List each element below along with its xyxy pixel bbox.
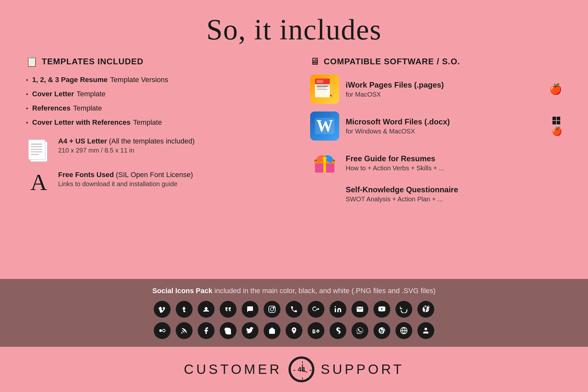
whatsapp-icon[interactable] bbox=[352, 322, 368, 339]
facebook-icon[interactable] bbox=[198, 322, 215, 339]
location-icon[interactable] bbox=[286, 322, 302, 339]
two-col-layout: 📋 TEMPLATES INCLUDED 1, 2, & 3 Page Resu… bbox=[0, 56, 588, 272]
rss-icon[interactable] bbox=[176, 322, 193, 339]
item-bold: References bbox=[32, 104, 71, 112]
sk-row: Self-Knowledge Questionnaire SWOT Analys… bbox=[310, 185, 562, 203]
phone-icon[interactable] bbox=[286, 301, 302, 318]
social-row-1 bbox=[154, 301, 434, 318]
monitor-icon: 🖥 bbox=[310, 56, 320, 67]
word-text-block: Microsoft Word Files (.docx) for Windows… bbox=[346, 117, 545, 135]
fonts-text-block: Free Fonts Used (SIL Open Font License) … bbox=[58, 171, 193, 188]
word-icon-box: W bbox=[310, 111, 339, 141]
a4-text-block: A4 + US Letter (All the templates includ… bbox=[58, 137, 194, 154]
item-bold: Cover Letter bbox=[32, 90, 74, 98]
quote-icon[interactable] bbox=[220, 301, 236, 318]
templates-section-header: 📋 TEMPLATES INCLUDED bbox=[26, 56, 278, 67]
tumblr-icon[interactable] bbox=[176, 301, 193, 318]
youtube-icon[interactable] bbox=[373, 301, 390, 318]
wordpress-icon[interactable] bbox=[373, 322, 390, 339]
guide-text-block: Free Guide for Resumes How to + Action V… bbox=[346, 154, 562, 172]
bottom-banner: Social Icons Pack included in the main c… bbox=[0, 279, 588, 347]
user-icon[interactable] bbox=[417, 322, 434, 339]
right-column: 🖥 COMPATIBLE SOFTWARE / S.O. bbox=[304, 56, 562, 272]
social-pack-normal: included in the main color, black, and w… bbox=[215, 287, 436, 295]
fonts-subtitle: Links to download it and installation gu… bbox=[58, 180, 193, 188]
word-row: W Microsoft Word Files (.docx) for Windo… bbox=[310, 111, 562, 141]
pages-icon-box bbox=[310, 75, 339, 104]
svg-rect-19 bbox=[557, 117, 560, 120]
left-column: 📋 TEMPLATES INCLUDED 1, 2, & 3 Page Resu… bbox=[26, 56, 291, 272]
twitter-icon[interactable] bbox=[242, 322, 258, 339]
a4-title-normal: (All the templates included) bbox=[109, 137, 194, 145]
fonts-title-normal: (SIL Open Font License) bbox=[116, 171, 193, 179]
iwork-os-icons: 🍎 bbox=[549, 83, 562, 95]
social-pack-text: Social Icons Pack included in the main c… bbox=[26, 287, 562, 295]
software-section-header: 🖥 COMPATIBLE SOFTWARE / S.O. bbox=[310, 56, 562, 67]
sk-subtitle: SWOT Analysis + Action Plan + ... bbox=[346, 196, 562, 203]
fonts-title: Free Fonts Used (SIL Open Font License) bbox=[58, 171, 193, 179]
globe-icon[interactable] bbox=[395, 322, 412, 339]
clock-icon: 48 bbox=[289, 356, 314, 382]
templates-title: TEMPLATES INCLUDED bbox=[42, 57, 143, 67]
guide-row: Free Guide for Resumes How to + Action V… bbox=[310, 148, 562, 177]
pinterest-icon[interactable] bbox=[417, 301, 434, 318]
linkedin-icon[interactable] bbox=[330, 301, 346, 318]
customer-text: CUSTOMER bbox=[184, 362, 282, 377]
instagram-icon[interactable] bbox=[264, 301, 280, 318]
home-icon[interactable] bbox=[264, 322, 280, 339]
a4-title: A4 + US Letter (All the templates includ… bbox=[58, 137, 194, 145]
iwork-subtitle: for MacOSX bbox=[346, 91, 543, 98]
behance-icon[interactable] bbox=[308, 322, 324, 339]
svg-point-32 bbox=[273, 307, 274, 308]
email-icon[interactable] bbox=[352, 301, 368, 318]
flickr-icon[interactable] bbox=[154, 322, 171, 339]
vine-icon[interactable] bbox=[330, 322, 346, 339]
iwork-text-block: iWork Pages Files (.pages) for MacOSX bbox=[346, 80, 543, 98]
page-title: So, it includes bbox=[0, 13, 588, 46]
svg-rect-11 bbox=[317, 86, 328, 87]
word-subtitle: for Windows & MacOSX bbox=[346, 128, 545, 135]
support-text: SUPPORT bbox=[321, 362, 404, 377]
sk-title: Self-Knowledge Questionnaire bbox=[346, 185, 562, 194]
svg-point-28 bbox=[322, 157, 327, 161]
skype-icon[interactable] bbox=[220, 322, 236, 339]
list-item: Cover Letter Template bbox=[26, 89, 278, 99]
customer-support-section: CUSTOMER 48 SUPPORT bbox=[0, 347, 588, 392]
social-icons-grid bbox=[26, 301, 562, 339]
a4-title-bold: A4 + US Letter bbox=[58, 137, 107, 145]
software-title: COMPATIBLE SOFTWARE / S.O. bbox=[324, 57, 460, 67]
svg-point-33 bbox=[335, 306, 336, 307]
svg-rect-18 bbox=[552, 117, 556, 120]
refresh-icon[interactable] bbox=[395, 301, 412, 318]
iwork-row: iWork Pages Files (.pages) for MacOSX 🍎 bbox=[310, 75, 562, 104]
font-icon: A bbox=[26, 171, 52, 194]
social-pack-bold: Social Icons Pack bbox=[152, 287, 213, 295]
guide-title: Free Guide for Resumes bbox=[346, 154, 562, 163]
item-bold: Cover Letter with References bbox=[32, 118, 131, 127]
fonts-title-bold: Free Fonts Used bbox=[58, 171, 114, 179]
svg-rect-12 bbox=[317, 88, 326, 88]
item-normal: Template Versions bbox=[110, 76, 168, 84]
word-os-icons: 🍎 bbox=[552, 116, 562, 136]
svg-rect-20 bbox=[552, 121, 556, 124]
list-item: References Template bbox=[26, 103, 278, 113]
list-item: 1, 2, & 3 Page Resume Template Versions bbox=[26, 75, 278, 85]
template-list: 1, 2, & 3 Page Resume Template Versions … bbox=[26, 75, 278, 127]
list-item: Cover Letter with References Template bbox=[26, 118, 278, 127]
iwork-title: iWork Pages Files (.pages) bbox=[346, 80, 543, 90]
svg-text:W: W bbox=[316, 117, 333, 135]
letter-a-icon: A bbox=[30, 171, 47, 194]
svg-point-36 bbox=[181, 332, 183, 334]
gplus-icon[interactable] bbox=[308, 301, 324, 318]
vimeo-icon[interactable] bbox=[154, 301, 171, 318]
document-icon bbox=[26, 137, 52, 163]
chat-icon[interactable] bbox=[242, 301, 258, 318]
svg-rect-21 bbox=[557, 121, 560, 124]
word-title: Microsoft Word Files (.docx) bbox=[346, 117, 545, 126]
guide-subtitle: How to + Action Verbs + Skills + ... bbox=[346, 164, 562, 172]
item-normal: Template bbox=[77, 90, 105, 98]
podcast-icon[interactable] bbox=[198, 301, 215, 318]
a4-subtitle: 210 x 297 mm / 8.5 x 11 in bbox=[58, 147, 194, 154]
item-normal: Template bbox=[133, 118, 162, 127]
windows-icon bbox=[552, 116, 561, 125]
